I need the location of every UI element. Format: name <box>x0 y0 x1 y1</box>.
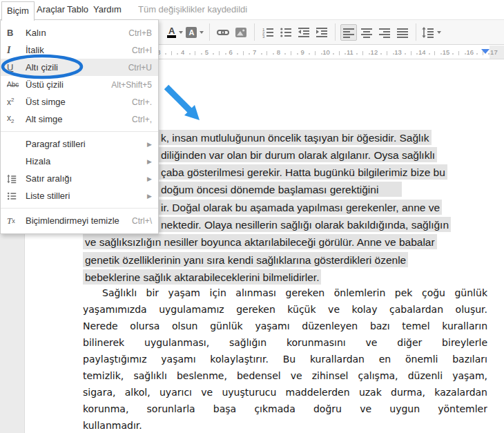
line-spacing-button[interactable] <box>421 24 442 41</box>
paragraph1-line[interactable]: ir. Doğal olarak bu aşamada yapılması ge… <box>159 200 442 214</box>
paragraph1-line[interactable]: bebeklerine sağlık aktarabileceklerini b… <box>83 270 321 284</box>
selected-text[interactable]: genetik özelliklerinin yanı sıra kendi s… <box>83 252 408 267</box>
text-color-icon: A <box>167 26 176 38</box>
ruler-number: 15 <box>443 48 450 56</box>
menu-item-alt-simge[interactable]: x2Alt simgeCtrl+, <box>1 110 158 128</box>
ruler-dot <box>416 53 418 55</box>
bulleted-list-button[interactable] <box>278 24 294 41</box>
menu-item-shortcut: Ctrl+, <box>132 115 152 124</box>
menu-item-label: Biçimlendirmeyi temizle <box>26 215 132 226</box>
selected-text[interactable]: çaba gösterilmesi gerekir. Hatta bugünkü… <box>159 164 447 180</box>
justify-button[interactable] <box>394 24 411 41</box>
menu-item-altı-çizili[interactable]: UAltı çiziliCtrl+U <box>1 59 158 76</box>
chevron-down-icon[interactable] <box>437 31 441 34</box>
toolbar-separator <box>335 23 336 41</box>
paragraph1-line[interactable]: ve sağlıksızlığın nesiller boyunca aktar… <box>83 235 437 249</box>
ruler-dot <box>237 53 238 55</box>
menu-item-label: Paragraf stilleri <box>26 139 147 149</box>
decrease-indent-icon <box>298 26 310 39</box>
ruler-dot <box>356 53 358 55</box>
paragraph2-line[interactable]: korunma, sorunlarla başa çıkmada doğru v… <box>83 401 487 417</box>
menu-item-satır-aralığı[interactable]: Satır aralığı▶ <box>1 170 158 187</box>
insert-link-button[interactable] <box>215 24 231 41</box>
numbered-list-icon: 123 <box>262 26 274 39</box>
toolbar-separator <box>416 23 416 41</box>
selected-text[interactable]: bebeklerine sağlık aktarabileceklerini b… <box>83 269 321 285</box>
decrease-indent-button[interactable] <box>295 24 312 41</box>
ruler-number: 17 <box>490 48 498 56</box>
selected-text[interactable]: nektedir. Olaya nesillerin sağlığı olara… <box>159 217 451 232</box>
paragraph2-line[interactable]: bilinerek uygulanması, sağlığın korunmas… <box>83 334 487 351</box>
selected-text[interactable]: k, insan mutluluğunun öncelik taşıyan bi… <box>159 130 432 145</box>
selected-text[interactable]: diliğinden var olan bir durum olarak alg… <box>159 147 437 162</box>
paragraph1-line[interactable]: çaba gösterilmesi gerekir. Hatta bugünkü… <box>159 166 447 180</box>
menu-item-i-talik[interactable]: IİtalikCtrl+I <box>1 41 158 59</box>
paragraph1-line[interactable]: k, insan mutluluğunun öncelik taşıyan bi… <box>159 131 432 144</box>
menu-item-label: Kalın <box>26 28 128 38</box>
paragraph1-line[interactable]: nektedir. Olaya nesillerin sağlığı olara… <box>159 218 451 232</box>
menu-item-kalın[interactable]: BKalınCtrl+B <box>1 24 158 41</box>
ruler-dot <box>380 53 382 55</box>
menu-item-shortcut: Ctrl+U <box>128 63 152 73</box>
justify-icon <box>396 26 409 39</box>
insert-image-button[interactable] <box>233 24 249 41</box>
align-right-button[interactable] <box>376 24 393 41</box>
ruler-number: 11 <box>347 48 353 56</box>
text-color-button[interactable]: A <box>166 24 184 41</box>
menu-bar: Biçim Araçlar Tablo Yardım Tüm değişikli… <box>0 0 504 19</box>
underline-icon: U <box>7 62 26 73</box>
ruler-tick <box>362 51 363 55</box>
clear-formatting-icon: Tx <box>7 215 26 227</box>
ruler-dot <box>273 53 274 55</box>
ruler-tick <box>171 51 172 55</box>
ruler-dot <box>452 53 454 55</box>
menu-item-liste-stilleri[interactable]: Liste stilleri▶ <box>1 187 158 204</box>
ruler-number: 9 <box>301 48 304 56</box>
highlight-color-button[interactable]: A <box>185 24 204 41</box>
ruler-tick <box>387 51 387 55</box>
selected-text[interactable]: ir. Doğal olarak bu aşamada yapılması ge… <box>159 200 442 215</box>
align-left-button[interactable] <box>340 24 357 41</box>
chevron-down-icon[interactable] <box>200 31 204 34</box>
menu-item-label: Liste stilleri <box>26 191 147 201</box>
paragraph2-line[interactable]: Sağlıklı bir yaşam için alınması gereken… <box>83 285 487 301</box>
bold-icon: B <box>7 28 26 38</box>
submenu-arrow-icon: ▶ <box>147 175 152 182</box>
toolbar-separator <box>209 23 210 41</box>
paragraph2-line[interactable]: yaşamımızda uygulamamız gereken küçük ve… <box>83 301 487 318</box>
increase-indent-button[interactable] <box>313 24 330 41</box>
menu-item-üstü-çizili[interactable]: AbcÜstü çiziliAlt+Shift+5 <box>1 76 158 93</box>
paragraph2-line[interactable]: Nerede olursa olsun günlük yaşamı düzenl… <box>83 318 487 334</box>
ruler-dot <box>213 53 214 55</box>
menu-item-biçimlendirmeyi-temizle[interactable]: TxBiçimlendirmeyi temizleCtrl+\ <box>1 212 158 229</box>
menu-item-label: Alt simge <box>26 114 132 124</box>
paragraph2-line[interactable]: kullanmadır. <box>83 417 487 433</box>
right-indent-marker[interactable] <box>481 49 490 54</box>
menu-yardim[interactable]: Yardım <box>88 0 126 19</box>
submenu-arrow-icon: ▶ <box>147 193 152 200</box>
paragraph1-line[interactable]: doğum öncesi dönemde başlaması gerektiği… <box>159 183 402 197</box>
paragraph2-line[interactable]: sigara, alkol, uyarıcı ve uyuşturucu mad… <box>83 384 487 401</box>
selected-text[interactable]: ve sağlıksızlığın nesiller boyunca aktar… <box>83 234 437 249</box>
ruler-tick <box>458 51 459 55</box>
menu-item-hizala[interactable]: Hizala▶ <box>1 153 158 170</box>
chevron-down-icon[interactable] <box>179 31 183 34</box>
ruler-dot <box>189 53 191 55</box>
menu-item-label: Hizala <box>26 156 147 166</box>
menu-item-üst-simge[interactable]: x2Üst simgeCtrl+. <box>1 93 158 110</box>
paragraph1-line[interactable]: genetik özelliklerinin yanı sıra kendi s… <box>83 253 408 267</box>
save-status-text: Tüm değişiklikler kaydedildi <box>138 0 247 19</box>
paragraph2-line[interactable]: temizlik, sağlıklı beslenme, bedensel ve… <box>83 367 487 384</box>
strikethrough-icon: Abc <box>7 81 26 88</box>
ruler-number: 4 <box>181 48 184 56</box>
menu-bicim[interactable]: Biçim <box>1 1 35 21</box>
highlight-color-icon: A <box>186 27 197 38</box>
menu-item-paragraf-stilleri[interactable]: Paragraf stilleri▶ <box>1 135 158 153</box>
align-center-button[interactable] <box>358 24 375 41</box>
menu-item-shortcut: Ctrl+. <box>132 97 152 107</box>
selected-text[interactable]: doğum öncesi dönemde başlaması gerektiği… <box>159 182 402 197</box>
italic-icon: I <box>7 45 26 56</box>
paragraph1-line[interactable]: diliğinden var olan bir durum olarak alg… <box>159 148 437 162</box>
paragraph2-line[interactable]: paylaştığımız yaşamı kolaylaştırır. Bu k… <box>83 351 487 367</box>
numbered-list-button[interactable]: 123 <box>260 24 276 41</box>
